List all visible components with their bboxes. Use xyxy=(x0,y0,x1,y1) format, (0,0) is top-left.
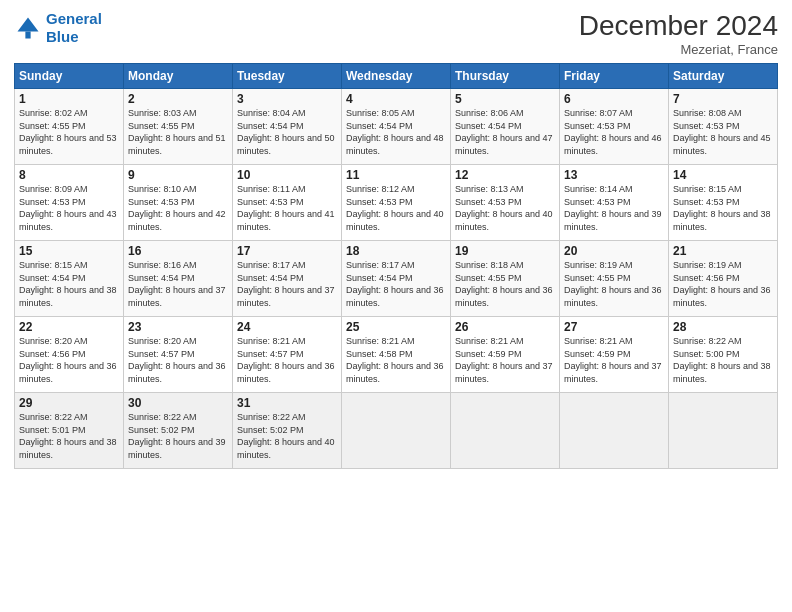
logo-line2: Blue xyxy=(46,28,79,45)
calendar-body: 1Sunrise: 8:02 AMSunset: 4:55 PMDaylight… xyxy=(15,89,778,469)
day-info: Sunrise: 8:21 AMSunset: 4:59 PMDaylight:… xyxy=(564,335,664,385)
day-number: 18 xyxy=(346,244,446,258)
day-info: Sunrise: 8:09 AMSunset: 4:53 PMDaylight:… xyxy=(19,183,119,233)
day-info: Sunrise: 8:14 AMSunset: 4:53 PMDaylight:… xyxy=(564,183,664,233)
day-cell: 24Sunrise: 8:21 AMSunset: 4:57 PMDayligh… xyxy=(233,317,342,393)
day-number: 1 xyxy=(19,92,119,106)
header-cell-thursday: Thursday xyxy=(451,64,560,89)
day-cell: 7Sunrise: 8:08 AMSunset: 4:53 PMDaylight… xyxy=(669,89,778,165)
day-cell xyxy=(669,393,778,469)
calendar-container: General Blue December 2024 Mezeriat, Fra… xyxy=(0,0,792,612)
day-info: Sunrise: 8:08 AMSunset: 4:53 PMDaylight:… xyxy=(673,107,773,157)
day-number: 13 xyxy=(564,168,664,182)
day-info: Sunrise: 8:15 AMSunset: 4:53 PMDaylight:… xyxy=(673,183,773,233)
day-number: 7 xyxy=(673,92,773,106)
header-cell-tuesday: Tuesday xyxy=(233,64,342,89)
day-cell: 1Sunrise: 8:02 AMSunset: 4:55 PMDaylight… xyxy=(15,89,124,165)
location: Mezeriat, France xyxy=(579,42,778,57)
day-cell: 22Sunrise: 8:20 AMSunset: 4:56 PMDayligh… xyxy=(15,317,124,393)
day-cell: 15Sunrise: 8:15 AMSunset: 4:54 PMDayligh… xyxy=(15,241,124,317)
day-info: Sunrise: 8:21 AMSunset: 4:57 PMDaylight:… xyxy=(237,335,337,385)
day-info: Sunrise: 8:02 AMSunset: 4:55 PMDaylight:… xyxy=(19,107,119,157)
day-info: Sunrise: 8:18 AMSunset: 4:55 PMDaylight:… xyxy=(455,259,555,309)
day-cell: 9Sunrise: 8:10 AMSunset: 4:53 PMDaylight… xyxy=(124,165,233,241)
day-number: 25 xyxy=(346,320,446,334)
day-cell: 29Sunrise: 8:22 AMSunset: 5:01 PMDayligh… xyxy=(15,393,124,469)
day-info: Sunrise: 8:20 AMSunset: 4:56 PMDaylight:… xyxy=(19,335,119,385)
svg-rect-1 xyxy=(25,32,30,39)
logo-line1: General xyxy=(46,10,102,27)
day-info: Sunrise: 8:13 AMSunset: 4:53 PMDaylight:… xyxy=(455,183,555,233)
logo-text: General Blue xyxy=(46,10,102,46)
day-cell: 27Sunrise: 8:21 AMSunset: 4:59 PMDayligh… xyxy=(560,317,669,393)
day-cell: 26Sunrise: 8:21 AMSunset: 4:59 PMDayligh… xyxy=(451,317,560,393)
week-row-5: 29Sunrise: 8:22 AMSunset: 5:01 PMDayligh… xyxy=(15,393,778,469)
day-info: Sunrise: 8:17 AMSunset: 4:54 PMDaylight:… xyxy=(237,259,337,309)
month-title: December 2024 xyxy=(579,10,778,42)
day-number: 19 xyxy=(455,244,555,258)
day-number: 12 xyxy=(455,168,555,182)
day-info: Sunrise: 8:04 AMSunset: 4:54 PMDaylight:… xyxy=(237,107,337,157)
day-cell: 28Sunrise: 8:22 AMSunset: 5:00 PMDayligh… xyxy=(669,317,778,393)
calendar-header-row: SundayMondayTuesdayWednesdayThursdayFrid… xyxy=(15,64,778,89)
day-info: Sunrise: 8:19 AMSunset: 4:55 PMDaylight:… xyxy=(564,259,664,309)
day-info: Sunrise: 8:03 AMSunset: 4:55 PMDaylight:… xyxy=(128,107,228,157)
day-cell: 3Sunrise: 8:04 AMSunset: 4:54 PMDaylight… xyxy=(233,89,342,165)
day-number: 3 xyxy=(237,92,337,106)
day-cell: 23Sunrise: 8:20 AMSunset: 4:57 PMDayligh… xyxy=(124,317,233,393)
day-info: Sunrise: 8:17 AMSunset: 4:54 PMDaylight:… xyxy=(346,259,446,309)
week-row-4: 22Sunrise: 8:20 AMSunset: 4:56 PMDayligh… xyxy=(15,317,778,393)
day-number: 2 xyxy=(128,92,228,106)
day-info: Sunrise: 8:12 AMSunset: 4:53 PMDaylight:… xyxy=(346,183,446,233)
day-number: 8 xyxy=(19,168,119,182)
day-number: 22 xyxy=(19,320,119,334)
day-number: 27 xyxy=(564,320,664,334)
week-row-2: 8Sunrise: 8:09 AMSunset: 4:53 PMDaylight… xyxy=(15,165,778,241)
day-cell: 10Sunrise: 8:11 AMSunset: 4:53 PMDayligh… xyxy=(233,165,342,241)
day-cell: 14Sunrise: 8:15 AMSunset: 4:53 PMDayligh… xyxy=(669,165,778,241)
day-number: 28 xyxy=(673,320,773,334)
day-cell: 5Sunrise: 8:06 AMSunset: 4:54 PMDaylight… xyxy=(451,89,560,165)
day-number: 10 xyxy=(237,168,337,182)
day-cell: 4Sunrise: 8:05 AMSunset: 4:54 PMDaylight… xyxy=(342,89,451,165)
day-cell: 25Sunrise: 8:21 AMSunset: 4:58 PMDayligh… xyxy=(342,317,451,393)
day-info: Sunrise: 8:20 AMSunset: 4:57 PMDaylight:… xyxy=(128,335,228,385)
day-info: Sunrise: 8:22 AMSunset: 5:02 PMDaylight:… xyxy=(128,411,228,461)
day-cell: 17Sunrise: 8:17 AMSunset: 4:54 PMDayligh… xyxy=(233,241,342,317)
day-number: 14 xyxy=(673,168,773,182)
day-number: 11 xyxy=(346,168,446,182)
day-info: Sunrise: 8:05 AMSunset: 4:54 PMDaylight:… xyxy=(346,107,446,157)
day-cell: 19Sunrise: 8:18 AMSunset: 4:55 PMDayligh… xyxy=(451,241,560,317)
calendar-table: SundayMondayTuesdayWednesdayThursdayFrid… xyxy=(14,63,778,469)
day-cell: 11Sunrise: 8:12 AMSunset: 4:53 PMDayligh… xyxy=(342,165,451,241)
title-block: December 2024 Mezeriat, France xyxy=(579,10,778,57)
day-cell: 16Sunrise: 8:16 AMSunset: 4:54 PMDayligh… xyxy=(124,241,233,317)
day-info: Sunrise: 8:19 AMSunset: 4:56 PMDaylight:… xyxy=(673,259,773,309)
day-cell xyxy=(451,393,560,469)
day-number: 15 xyxy=(19,244,119,258)
day-number: 31 xyxy=(237,396,337,410)
header-cell-sunday: Sunday xyxy=(15,64,124,89)
day-cell xyxy=(342,393,451,469)
day-info: Sunrise: 8:06 AMSunset: 4:54 PMDaylight:… xyxy=(455,107,555,157)
day-number: 20 xyxy=(564,244,664,258)
day-number: 29 xyxy=(19,396,119,410)
day-cell: 6Sunrise: 8:07 AMSunset: 4:53 PMDaylight… xyxy=(560,89,669,165)
day-info: Sunrise: 8:21 AMSunset: 4:59 PMDaylight:… xyxy=(455,335,555,385)
day-cell xyxy=(560,393,669,469)
day-number: 30 xyxy=(128,396,228,410)
day-info: Sunrise: 8:22 AMSunset: 5:00 PMDaylight:… xyxy=(673,335,773,385)
day-cell: 20Sunrise: 8:19 AMSunset: 4:55 PMDayligh… xyxy=(560,241,669,317)
header: General Blue December 2024 Mezeriat, Fra… xyxy=(14,10,778,57)
day-number: 4 xyxy=(346,92,446,106)
day-info: Sunrise: 8:21 AMSunset: 4:58 PMDaylight:… xyxy=(346,335,446,385)
day-number: 9 xyxy=(128,168,228,182)
day-info: Sunrise: 8:22 AMSunset: 5:01 PMDaylight:… xyxy=(19,411,119,461)
header-cell-wednesday: Wednesday xyxy=(342,64,451,89)
day-number: 23 xyxy=(128,320,228,334)
day-cell: 12Sunrise: 8:13 AMSunset: 4:53 PMDayligh… xyxy=(451,165,560,241)
week-row-1: 1Sunrise: 8:02 AMSunset: 4:55 PMDaylight… xyxy=(15,89,778,165)
header-cell-monday: Monday xyxy=(124,64,233,89)
day-number: 5 xyxy=(455,92,555,106)
day-number: 21 xyxy=(673,244,773,258)
